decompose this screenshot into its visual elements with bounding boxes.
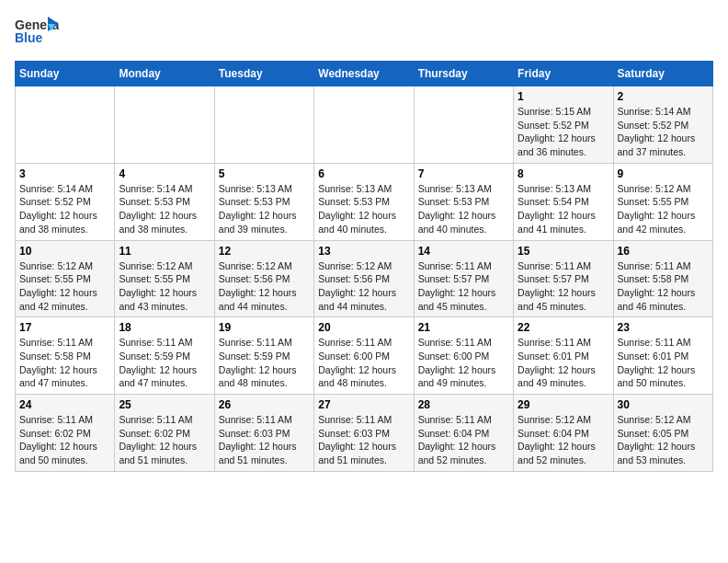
day-number: 28	[418, 398, 509, 411]
calendar-cell: 16Sunrise: 5:11 AMSunset: 5:58 PMDayligh…	[613, 240, 712, 317]
day-info: Sunrise: 5:11 AMSunset: 5:57 PMDaylight:…	[518, 259, 609, 314]
day-info: Sunrise: 5:12 AMSunset: 5:56 PMDaylight:…	[318, 259, 409, 314]
calendar-week-row: 10Sunrise: 5:12 AMSunset: 5:55 PMDayligh…	[16, 240, 713, 317]
day-info: Sunrise: 5:12 AMSunset: 5:55 PMDaylight:…	[19, 259, 110, 314]
day-info: Sunrise: 5:11 AMSunset: 6:02 PMDaylight:…	[119, 413, 210, 467]
calendar-cell: 30Sunrise: 5:12 AMSunset: 6:05 PMDayligh…	[613, 395, 712, 472]
calendar-cell: 28Sunrise: 5:11 AMSunset: 6:04 PMDayligh…	[414, 395, 513, 472]
calendar-cell: 27Sunrise: 5:11 AMSunset: 6:03 PMDayligh…	[314, 395, 414, 472]
day-info: Sunrise: 5:13 AMSunset: 5:53 PMDaylight:…	[219, 182, 310, 236]
day-number: 27	[318, 398, 409, 411]
day-info: Sunrise: 5:11 AMSunset: 5:58 PMDaylight:…	[19, 336, 110, 390]
calendar-header-row: SundayMondayTuesdayWednesdayThursdayFrid…	[16, 62, 713, 86]
calendar-cell: 14Sunrise: 5:11 AMSunset: 5:57 PMDayligh…	[414, 240, 513, 317]
day-info: Sunrise: 5:12 AMSunset: 5:55 PMDaylight:…	[119, 259, 210, 314]
calendar-cell: 21Sunrise: 5:11 AMSunset: 6:00 PMDayligh…	[414, 317, 513, 395]
day-info: Sunrise: 5:11 AMSunset: 6:03 PMDaylight:…	[219, 413, 310, 467]
day-header-sunday: Sunday	[16, 62, 115, 86]
day-info: Sunrise: 5:11 AMSunset: 6:03 PMDaylight:…	[318, 413, 409, 467]
day-number: 5	[219, 167, 310, 180]
calendar-cell: 20Sunrise: 5:11 AMSunset: 6:00 PMDayligh…	[314, 317, 414, 395]
calendar-cell: 26Sunrise: 5:11 AMSunset: 6:03 PMDayligh…	[214, 395, 313, 472]
day-header-monday: Monday	[115, 62, 214, 86]
logo: General Blue	[15, 15, 59, 50]
calendar-cell: 12Sunrise: 5:12 AMSunset: 5:56 PMDayligh…	[214, 240, 313, 317]
day-header-tuesday: Tuesday	[214, 62, 313, 86]
day-number: 30	[618, 398, 709, 411]
day-info: Sunrise: 5:13 AMSunset: 5:54 PMDaylight:…	[518, 182, 609, 236]
day-number: 18	[119, 321, 210, 334]
day-info: Sunrise: 5:14 AMSunset: 5:52 PMDaylight:…	[618, 105, 709, 159]
calendar-cell: 8Sunrise: 5:13 AMSunset: 5:54 PMDaylight…	[514, 163, 613, 240]
day-info: Sunrise: 5:14 AMSunset: 5:52 PMDaylight:…	[19, 182, 110, 236]
svg-text:Blue: Blue	[15, 30, 43, 45]
day-info: Sunrise: 5:12 AMSunset: 6:04 PMDaylight:…	[518, 413, 609, 467]
day-header-thursday: Thursday	[414, 62, 513, 86]
day-info: Sunrise: 5:13 AMSunset: 5:53 PMDaylight:…	[418, 182, 509, 236]
day-number: 16	[618, 245, 709, 258]
day-number: 1	[518, 90, 609, 103]
day-number: 23	[618, 321, 709, 334]
day-number: 22	[518, 321, 609, 334]
day-number: 19	[219, 321, 310, 334]
calendar-week-row: 24Sunrise: 5:11 AMSunset: 6:02 PMDayligh…	[16, 395, 713, 472]
calendar-cell: 18Sunrise: 5:11 AMSunset: 5:59 PMDayligh…	[115, 317, 214, 395]
calendar-cell: 10Sunrise: 5:12 AMSunset: 5:55 PMDayligh…	[16, 240, 115, 317]
day-info: Sunrise: 5:12 AMSunset: 6:05 PMDaylight:…	[618, 413, 709, 467]
day-info: Sunrise: 5:12 AMSunset: 5:56 PMDaylight:…	[219, 259, 310, 314]
day-info: Sunrise: 5:14 AMSunset: 5:53 PMDaylight:…	[119, 182, 210, 236]
calendar-cell: 3Sunrise: 5:14 AMSunset: 5:52 PMDaylight…	[16, 163, 115, 240]
calendar-cell: 15Sunrise: 5:11 AMSunset: 5:57 PMDayligh…	[514, 240, 613, 317]
calendar-cell: 25Sunrise: 5:11 AMSunset: 6:02 PMDayligh…	[115, 395, 214, 472]
calendar-cell: 13Sunrise: 5:12 AMSunset: 5:56 PMDayligh…	[314, 240, 414, 317]
day-number: 11	[119, 245, 210, 258]
day-number: 8	[518, 167, 609, 180]
day-number: 21	[418, 321, 509, 334]
day-header-saturday: Saturday	[613, 62, 712, 86]
calendar-cell	[314, 86, 414, 164]
calendar-cell	[115, 86, 214, 164]
day-number: 7	[418, 167, 509, 180]
day-info: Sunrise: 5:11 AMSunset: 6:01 PMDaylight:…	[618, 336, 709, 390]
calendar-week-row: 17Sunrise: 5:11 AMSunset: 5:58 PMDayligh…	[16, 317, 713, 395]
day-number: 24	[19, 398, 110, 411]
calendar-cell: 5Sunrise: 5:13 AMSunset: 5:53 PMDaylight…	[214, 163, 313, 240]
day-info: Sunrise: 5:11 AMSunset: 5:58 PMDaylight:…	[618, 259, 709, 314]
calendar-cell: 22Sunrise: 5:11 AMSunset: 6:01 PMDayligh…	[514, 317, 613, 395]
calendar-week-row: 3Sunrise: 5:14 AMSunset: 5:52 PMDaylight…	[16, 163, 713, 240]
day-number: 12	[219, 245, 310, 258]
day-number: 26	[219, 398, 310, 411]
day-number: 29	[518, 398, 609, 411]
logo-icon: General Blue	[15, 15, 59, 50]
day-info: Sunrise: 5:13 AMSunset: 5:53 PMDaylight:…	[318, 182, 409, 236]
calendar-cell: 17Sunrise: 5:11 AMSunset: 5:58 PMDayligh…	[16, 317, 115, 395]
calendar-cell: 1Sunrise: 5:15 AMSunset: 5:52 PMDaylight…	[514, 86, 613, 164]
day-number: 13	[318, 245, 409, 258]
calendar-cell	[414, 86, 513, 164]
calendar-cell: 11Sunrise: 5:12 AMSunset: 5:55 PMDayligh…	[115, 240, 214, 317]
day-info: Sunrise: 5:11 AMSunset: 6:00 PMDaylight:…	[318, 336, 409, 390]
calendar-cell: 9Sunrise: 5:12 AMSunset: 5:55 PMDaylight…	[613, 163, 712, 240]
calendar-table: SundayMondayTuesdayWednesdayThursdayFrid…	[15, 61, 713, 472]
calendar-cell: 24Sunrise: 5:11 AMSunset: 6:02 PMDayligh…	[16, 395, 115, 472]
day-header-wednesday: Wednesday	[314, 62, 414, 86]
day-number: 25	[119, 398, 210, 411]
day-info: Sunrise: 5:11 AMSunset: 5:57 PMDaylight:…	[418, 259, 509, 314]
day-info: Sunrise: 5:12 AMSunset: 5:55 PMDaylight:…	[618, 182, 709, 236]
day-info: Sunrise: 5:15 AMSunset: 5:52 PMDaylight:…	[518, 105, 609, 159]
calendar-cell: 2Sunrise: 5:14 AMSunset: 5:52 PMDaylight…	[613, 86, 712, 164]
day-number: 20	[318, 321, 409, 334]
calendar-cell	[16, 86, 115, 164]
day-info: Sunrise: 5:11 AMSunset: 6:02 PMDaylight:…	[19, 413, 110, 467]
day-number: 3	[19, 167, 110, 180]
calendar-cell: 7Sunrise: 5:13 AMSunset: 5:53 PMDaylight…	[414, 163, 513, 240]
day-info: Sunrise: 5:11 AMSunset: 5:59 PMDaylight:…	[119, 336, 210, 390]
day-number: 17	[19, 321, 110, 334]
day-info: Sunrise: 5:11 AMSunset: 5:59 PMDaylight:…	[219, 336, 310, 390]
calendar-cell: 29Sunrise: 5:12 AMSunset: 6:04 PMDayligh…	[514, 395, 613, 472]
day-number: 15	[518, 245, 609, 258]
day-header-friday: Friday	[514, 62, 613, 86]
calendar-cell: 6Sunrise: 5:13 AMSunset: 5:53 PMDaylight…	[314, 163, 414, 240]
calendar-cell	[214, 86, 313, 164]
calendar-cell: 19Sunrise: 5:11 AMSunset: 5:59 PMDayligh…	[214, 317, 313, 395]
